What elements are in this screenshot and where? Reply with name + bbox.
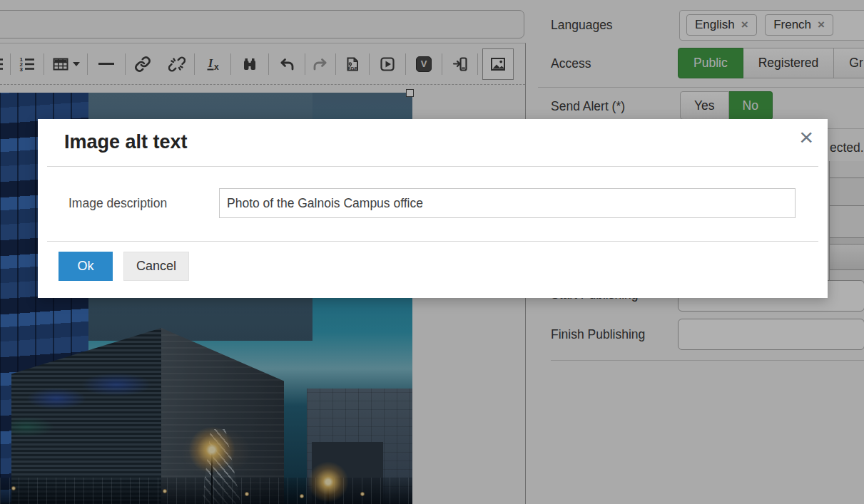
- dialog-footer-divider: [47, 241, 818, 242]
- dialog-title: Image alt text: [64, 131, 188, 153]
- close-icon[interactable]: ×: [799, 125, 813, 149]
- cancel-button[interactable]: Cancel: [123, 252, 189, 281]
- ok-button[interactable]: Ok: [59, 252, 113, 281]
- image-description-label: Image description: [68, 188, 167, 218]
- image-description-input[interactable]: [219, 188, 796, 218]
- dialog-header-divider: [47, 166, 818, 167]
- image-alt-text-dialog: Image alt text × Image description Ok Ca…: [38, 119, 828, 298]
